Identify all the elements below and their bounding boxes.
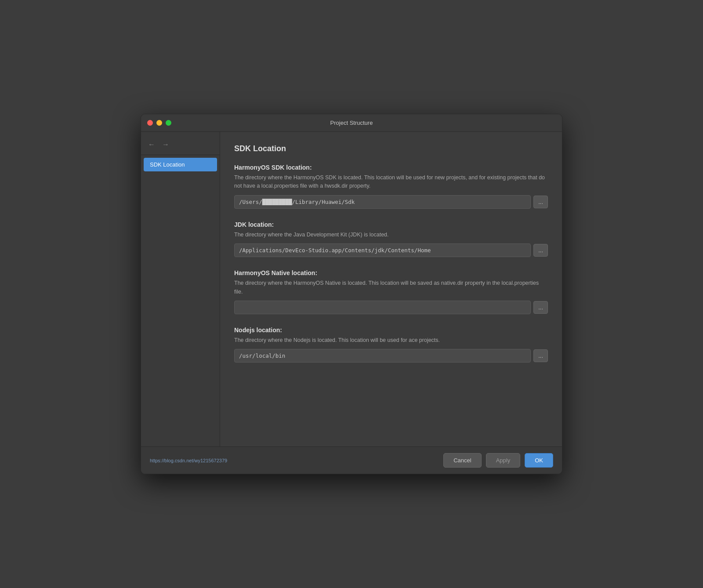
jdk-input-row: ... [234,243,548,257]
sidebar: ← → SDK Location [141,132,220,446]
harmony-native-path-input[interactable] [234,301,531,314]
harmony-native-input-row: ... [234,301,548,314]
harmony-sdk-section: HarmonyOS SDK location: The directory wh… [234,164,548,209]
maximize-button[interactable] [166,120,171,126]
nodejs-title: Nodejs location: [234,327,548,334]
harmony-sdk-path-input[interactable] [234,195,531,209]
nodejs-input-row: ... [234,349,548,363]
project-structure-window: Project Structure ← → SDK Location SDK L… [141,114,562,474]
content-area: ← → SDK Location SDK Location HarmonyOS … [141,132,562,446]
cancel-button[interactable]: Cancel [443,453,481,468]
nodejs-path-input[interactable] [234,349,531,363]
sidebar-item-sdk-location[interactable]: SDK Location [144,158,217,171]
nodejs-browse-button[interactable]: ... [533,349,548,362]
footer: https://blog.csdn.net/wy1215672379 Cance… [141,446,562,474]
page-title: SDK Location [234,144,548,153]
harmony-sdk-browse-button[interactable]: ... [533,196,548,208]
jdk-section: JDK location: The directory where the Ja… [234,221,548,257]
main-content: SDK Location HarmonyOS SDK location: The… [220,132,562,446]
minimize-button[interactable] [156,120,162,126]
window-controls [147,120,171,126]
jdk-desc: The directory where the Java Development… [234,231,548,239]
nav-controls: ← → [141,136,220,155]
harmony-sdk-title: HarmonyOS SDK location: [234,164,548,171]
apply-button[interactable]: Apply [486,453,521,468]
harmony-sdk-desc: The directory where the HarmonyOS SDK is… [234,174,548,191]
nodejs-section: Nodejs location: The directory where the… [234,327,548,363]
close-button[interactable] [147,120,153,126]
harmony-native-title: HarmonyOS Native location: [234,269,548,276]
jdk-browse-button[interactable]: ... [533,244,548,257]
back-arrow[interactable]: ← [146,140,157,149]
sidebar-item-label: SDK Location [150,161,185,168]
footer-link: https://blog.csdn.net/wy1215672379 [150,458,439,463]
ok-button[interactable]: OK [525,453,553,468]
harmony-native-browse-button[interactable]: ... [533,301,548,314]
nodejs-desc: The directory where the Nodejs is locate… [234,336,548,345]
window-title: Project Structure [330,120,373,126]
jdk-title: JDK location: [234,221,548,228]
forward-arrow[interactable]: → [160,140,171,149]
harmony-sdk-input-row: ... [234,195,548,209]
jdk-path-input[interactable] [234,243,531,257]
harmony-native-section: HarmonyOS Native location: The directory… [234,269,548,314]
titlebar: Project Structure [141,114,562,132]
harmony-native-desc: The directory where the HarmonyOS Native… [234,279,548,296]
